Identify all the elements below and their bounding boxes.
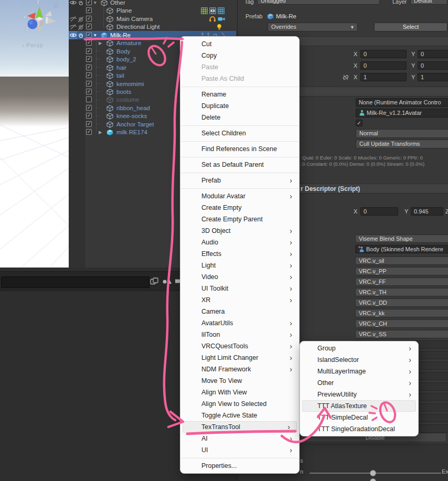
context-menu-item-textranstool[interactable]: TexTransTool›	[183, 421, 297, 433]
active-checkbox[interactable]: ✓	[86, 48, 92, 54]
viseme-field-vrc-v-sil[interactable]: VRC.v_sil	[355, 256, 448, 265]
context-menu-item-paste[interactable]: Paste	[180, 61, 299, 73]
context-menu-item-ai[interactable]: AI›	[180, 433, 299, 444]
active-checkbox[interactable]: ✓	[86, 72, 92, 78]
ttt-submenu-item-previewutility[interactable]: PreviewUtility›	[300, 389, 418, 400]
context-menu-item-properties[interactable]: Properties...	[180, 460, 299, 472]
context-menu-item-camera[interactable]: Camera	[180, 306, 299, 317]
foldout-open-icon[interactable]: ▼	[93, 31, 97, 39]
context-menu-item-light[interactable]: Light›	[180, 260, 299, 271]
foldout-closed-icon[interactable]: ▶	[99, 39, 102, 47]
active-checkbox[interactable]: ✓	[86, 32, 92, 38]
link-broken-icon[interactable]	[342, 74, 350, 82]
context-menu-item-effects[interactable]: Effects›	[180, 248, 299, 260]
context-menu-item-vrcquesttools[interactable]: VRCQuestTools›	[180, 340, 299, 352]
ttt-submenu-item-other[interactable]: Other›	[300, 377, 418, 389]
context-menu-item-audio[interactable]: Audio›	[180, 237, 299, 248]
culling-mode-dropdown[interactable]: Cull Update Transforms	[356, 140, 448, 148]
context-menu-item-ui[interactable]: UI›	[180, 444, 299, 456]
context-menu-item-align-view-to-selected[interactable]: Align View to Selected	[180, 398, 299, 410]
ttt-submenu-item-islandselector[interactable]: IslandSelector›	[300, 354, 418, 366]
viseme-field-vrc-v-ff[interactable]: VRC.v_FF	[355, 277, 448, 286]
layer-dropdown[interactable]: Default	[410, 0, 447, 5]
active-checkbox[interactable]: ✓	[86, 7, 92, 13]
active-checkbox[interactable]: ✓	[86, 0, 92, 5]
slider-handle[interactable]	[370, 470, 376, 476]
context-menu-item-move-to-view[interactable]: Move To View	[180, 375, 299, 387]
context-menu-item-ndm-framework[interactable]: NDM Framework›	[180, 364, 299, 375]
context-menu-item-select-children[interactable]: Select Children	[180, 127, 299, 139]
context-menu-item-video[interactable]: Video›	[180, 271, 299, 283]
context-menu-item-find-references-in-scene[interactable]: Find References in Scene	[180, 143, 299, 155]
view-y-field[interactable]: 0.945	[411, 207, 443, 216]
context-menu-item-set-as-default-parent[interactable]: Set as Default Parent	[180, 159, 299, 170]
animator-avatar-field[interactable]: Milk-Re_v1.2.1Avatar	[356, 109, 448, 117]
context-menu-item-rename[interactable]: Rename	[180, 89, 299, 100]
context-menu-item-liltoon[interactable]: lilToon›	[180, 329, 299, 340]
context-menu-item-modular-avatar[interactable]: Modular Avatar›	[180, 190, 299, 202]
foldout-closed-icon[interactable]: ▶	[99, 128, 102, 136]
active-checkbox[interactable]: ✓	[86, 16, 92, 22]
context-menu-item-cut[interactable]: Cut	[180, 38, 299, 50]
toolbar-path-field[interactable]	[1, 276, 150, 288]
context-menu-item-copy[interactable]: Copy	[180, 50, 299, 61]
scene-view[interactable]: x y z ‹ Persp	[0, 0, 70, 268]
overrides-dropdown[interactable]: Overrides▼	[268, 23, 358, 31]
ttt-submenu-item-ttt-singlegradationdecal[interactable]: TTT SingleGradationDecal	[300, 423, 418, 435]
hierarchy-row-directional-light[interactable]: ✓Directional Light	[69, 23, 236, 31]
context-menu-item-create-empty-parent[interactable]: Create Empty Parent	[180, 213, 299, 225]
face-mesh-field[interactable]: Body (Skinned Mesh Rendere	[355, 245, 448, 253]
perspective-label[interactable]: ‹ Persp	[22, 42, 44, 48]
context-menu-item-duplicate[interactable]: Duplicate	[180, 100, 299, 112]
view-x-field[interactable]: 0	[360, 207, 398, 216]
active-checkbox[interactable]: ✓	[86, 121, 92, 127]
context-menu-item-light-limit-changer[interactable]: Light Limit Changer›	[180, 352, 299, 364]
hierarchy-row-other[interactable]: ✓▼Other	[69, 0, 236, 7]
slider-handle-2[interactable]	[370, 478, 376, 481]
viseme-field-vrc-v-pp[interactable]: VRC.v_PP	[355, 267, 448, 275]
viseme-blendshape-dropdown[interactable]: Viseme Blend Shape	[355, 234, 448, 243]
active-checkbox[interactable]: ✓	[86, 65, 92, 70]
viseme-field-vrc-v-th[interactable]: VRC.v_TH	[355, 288, 448, 296]
context-menu-item-xr[interactable]: XR›	[180, 294, 299, 306]
apply-root-motion-checkbox[interactable]: ✓	[356, 120, 362, 126]
context-menu-item-prefab[interactable]: Prefab›	[180, 175, 299, 186]
foldout-open-icon[interactable]: ▼	[93, 0, 97, 7]
hierarchy-row-main-camera[interactable]: ✓Main Camera	[69, 15, 236, 23]
context-menu-item-paste-as-child[interactable]: Paste As Child	[180, 73, 299, 84]
context-menu-item-create-empty[interactable]: Create Empty	[180, 202, 299, 213]
update-mode-dropdown[interactable]: Normal	[356, 129, 448, 138]
viseme-field-vrc-v-ch[interactable]: VRC.v_CH	[355, 319, 448, 328]
transform-y-field-2[interactable]: 1	[418, 73, 448, 81]
viseme-field-vrc-v-dd[interactable]: VRC.v_DD	[355, 298, 448, 307]
ttt-submenu-item-ttt-atlastexture[interactable]: TTT AtlasTexture	[302, 400, 416, 412]
select-button[interactable]: Select	[374, 23, 447, 31]
viseme-field-vrc-v-ss[interactable]: VRC.v_SS	[355, 330, 448, 338]
panels-icon[interactable]	[150, 277, 158, 287]
active-checkbox[interactable]: ✓	[86, 129, 92, 135]
active-checkbox[interactable]: ✓	[86, 105, 92, 111]
active-checkbox[interactable]: ✓	[86, 56, 92, 62]
tag-dropdown[interactable]: Untagged	[257, 0, 380, 5]
active-checkbox[interactable]: ✓	[86, 81, 92, 87]
shapes-icon[interactable]	[162, 277, 172, 287]
context-menu-item-avatarutils[interactable]: AvatarUtils›	[180, 317, 299, 329]
animator-controller-field[interactable]: None (Runtime Animator Contro	[356, 98, 448, 107]
context-menu-item-ui-toolkit[interactable]: UI Toolkit›	[180, 283, 299, 294]
ttt-submenu-item-multilayerimage[interactable]: MultiLayerImage›	[300, 366, 418, 377]
lock-icon[interactable]	[53, 1, 59, 10]
active-checkbox[interactable]: ✓	[86, 113, 92, 119]
context-menu-item-toggle-active-state[interactable]: Toggle Active State	[180, 410, 299, 421]
transform-x-field-2[interactable]: 1	[360, 73, 407, 81]
ttt-submenu-item-group[interactable]: Group›	[300, 343, 418, 354]
transform-y-field-1[interactable]: 0	[418, 61, 448, 70]
context-menu-item-delete[interactable]: Delete	[180, 112, 299, 123]
context-menu-item-3d-object[interactable]: 3D Object›	[180, 225, 299, 237]
context-menu-item-align-with-view[interactable]: Align With View	[180, 387, 299, 398]
transform-y-field-0[interactable]: 0	[418, 50, 448, 58]
hierarchy-row-plane[interactable]: ✓Plane	[69, 6, 236, 15]
transform-x-field-1[interactable]: 0	[360, 61, 407, 70]
active-checkbox[interactable]: ✓	[86, 89, 92, 94]
active-checkbox[interactable]	[86, 97, 92, 102]
active-checkbox[interactable]: ✓	[86, 24, 92, 29]
